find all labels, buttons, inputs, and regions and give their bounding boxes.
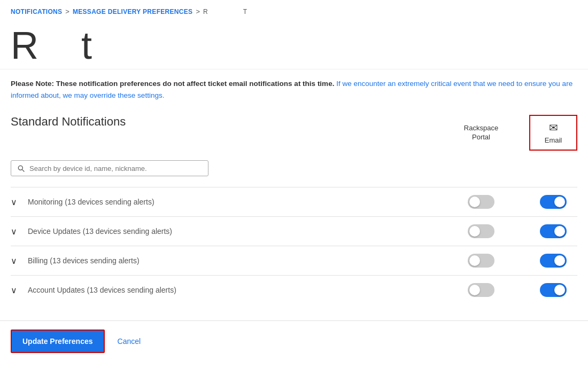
- email-toggle-billing[interactable]: [529, 254, 577, 268]
- cancel-button[interactable]: Cancel: [113, 331, 145, 352]
- notif-label-billing: Billing (13 devices sending alerts): [28, 256, 449, 265]
- search-box[interactable]: [11, 160, 208, 176]
- chevron-billing[interactable]: ∨: [11, 256, 28, 266]
- notif-row-account-updates: ∨ Account Updates (13 devices sending al…: [11, 275, 577, 304]
- portal-toggle-billing[interactable]: [449, 254, 513, 268]
- portal-toggle-device-updates-track: [468, 224, 494, 238]
- breadcrumb-current: R: [203, 8, 208, 15]
- notif-label-monitoring: Monitoring (13 devices sending alerts): [28, 198, 449, 206]
- breadcrumb: NOTIFICATIONS > MESSAGE DELIVERY PREFERE…: [0, 0, 588, 21]
- email-toggle-account-updates-track: [540, 283, 567, 297]
- email-toggle-device-updates-thumb: [554, 226, 565, 237]
- bottom-actions: Update Preferences Cancel: [0, 320, 588, 362]
- search-input[interactable]: [29, 164, 203, 173]
- page-title-r: R: [11, 26, 38, 65]
- columns-row: RackspacePortal ✉ Email: [449, 115, 577, 151]
- notif-row-billing: ∨ Billing (13 devices sending alerts): [11, 246, 577, 275]
- breadcrumb-notifications[interactable]: NOTIFICATIONS: [11, 8, 62, 15]
- email-toggle-device-updates-track: [540, 224, 567, 238]
- chevron-monitoring[interactable]: ∨: [11, 197, 28, 207]
- chevron-device-updates[interactable]: ∨: [11, 226, 28, 237]
- portal-toggle-monitoring[interactable]: [449, 195, 513, 209]
- email-toggle-billing-thumb: [554, 255, 565, 266]
- email-toggle-monitoring-thumb: [554, 197, 565, 207]
- breadcrumb-sep-2: >: [196, 7, 200, 15]
- col-email: ✉ Email: [529, 115, 577, 151]
- portal-toggle-device-updates-thumb: [469, 226, 480, 237]
- breadcrumb-sep-1: >: [65, 7, 69, 15]
- email-toggle-billing-track: [540, 254, 567, 268]
- portal-toggle-account-updates-track: [468, 283, 494, 297]
- rackspace-portal-label: RackspacePortal: [464, 124, 498, 141]
- breadcrumb-extra: T: [243, 8, 247, 15]
- portal-toggle-monitoring-thumb: [469, 197, 480, 207]
- page-wrapper: NOTIFICATIONS > MESSAGE DELIVERY PREFERE…: [0, 0, 588, 384]
- email-label: Email: [545, 136, 562, 144]
- portal-toggle-monitoring-track: [468, 195, 494, 209]
- email-toggle-device-updates[interactable]: [529, 224, 577, 238]
- notice-bold: Please Note: These notification preferen…: [11, 80, 334, 88]
- update-preferences-button[interactable]: Update Preferences: [11, 330, 105, 353]
- portal-toggle-account-updates[interactable]: [449, 283, 513, 297]
- search-icon: [17, 164, 25, 173]
- notifications-list: ∨ Monitoring (13 devices sending alerts): [11, 187, 577, 304]
- notif-label-device-updates: Device Updates (13 devices sending alert…: [28, 227, 449, 236]
- email-toggle-monitoring-track: [540, 195, 567, 209]
- portal-toggle-device-updates[interactable]: [449, 224, 513, 238]
- email-toggle-account-updates[interactable]: [529, 283, 577, 297]
- portal-toggle-billing-track: [468, 254, 494, 268]
- main-content: Standard Notifications RackspacePortal ✉…: [0, 109, 588, 315]
- notif-row-device-updates: ∨ Device Updates (13 devices sending ale…: [11, 216, 577, 246]
- portal-toggle-account-updates-thumb: [469, 285, 480, 295]
- col-rackspace-portal: RackspacePortal: [449, 124, 513, 142]
- section-title: Standard Notifications: [11, 115, 126, 129]
- chevron-account-updates[interactable]: ∨: [11, 285, 28, 295]
- page-title-t: t: [81, 26, 92, 65]
- notice-bar: Please Note: These notification preferen…: [0, 69, 588, 109]
- email-toggle-monitoring[interactable]: [529, 195, 577, 209]
- portal-toggle-billing-thumb: [469, 255, 480, 266]
- breadcrumb-mdp[interactable]: MESSAGE DELIVERY PREFERENCES: [73, 8, 192, 15]
- page-title-area: R t: [0, 21, 588, 65]
- notif-row-monitoring: ∨ Monitoring (13 devices sending alerts): [11, 187, 577, 216]
- email-icon: ✉: [549, 121, 558, 134]
- notif-label-account-updates: Account Updates (13 devices sending aler…: [28, 286, 449, 294]
- email-toggle-account-updates-thumb: [554, 285, 565, 295]
